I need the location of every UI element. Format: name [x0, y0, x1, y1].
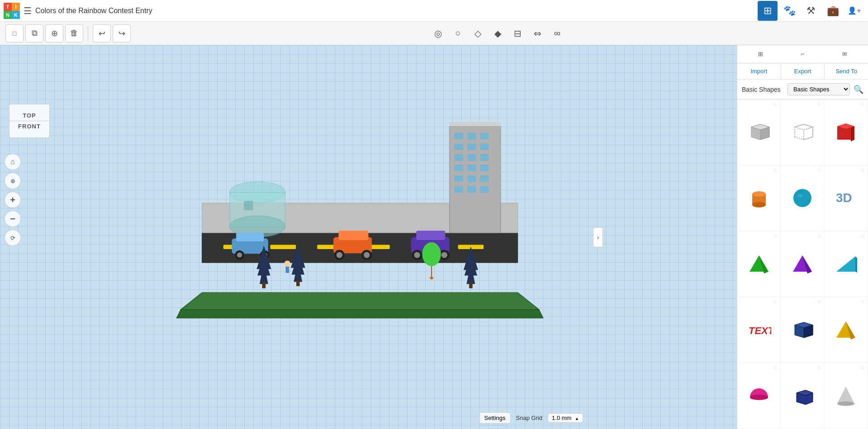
- shape-text-3d[interactable]: ☆ 3D: [825, 165, 868, 231]
- svg-point-81: [752, 191, 766, 197]
- svg-marker-101: [837, 387, 854, 404]
- svg-rect-14: [455, 143, 463, 150]
- delete-button[interactable]: 🗑: [65, 24, 83, 42]
- navigation-controls: ⌂ ⊕ + − ⟳: [5, 154, 21, 246]
- zoom-in-btn[interactable]: +: [5, 192, 21, 208]
- shape-pyramid-purple[interactable]: ☆: [781, 231, 824, 297]
- svg-rect-24: [467, 175, 476, 182]
- star-icon: ☆: [773, 101, 778, 107]
- shapes-search-btn[interactable]: 🔍: [854, 85, 863, 94]
- svg-point-84: [797, 194, 803, 198]
- shape1-button[interactable]: ◇: [470, 25, 486, 42]
- star-icon: ☆: [860, 233, 865, 239]
- group-button[interactable]: ∞: [549, 25, 565, 42]
- star-icon: ☆: [860, 101, 865, 107]
- star-icon: ☆: [773, 167, 778, 173]
- snap-grid-value[interactable]: 1.0 mm ▲: [548, 413, 583, 423]
- shape-box-hole[interactable]: ☆: [781, 99, 824, 165]
- new-button[interactable]: □: [5, 24, 24, 42]
- svg-rect-55: [262, 282, 266, 288]
- mirror-button[interactable]: ⇔: [529, 25, 545, 42]
- light-button[interactable]: ○: [450, 25, 466, 42]
- align-button[interactable]: ⊟: [509, 25, 526, 42]
- snap-grid-label: Snap Grid: [516, 415, 543, 421]
- svg-rect-4: [270, 245, 296, 249]
- svg-rect-13: [480, 132, 489, 139]
- viewport[interactable]: TOP FRONT ⌂ ⊕ + − ⟳ Settings Snap Grid 1…: [0, 45, 737, 429]
- orbit-btn[interactable]: ⟳: [5, 230, 21, 246]
- logo-i: I: [12, 3, 20, 11]
- topbar-grid-btn[interactable]: ⊞: [758, 1, 778, 21]
- svg-rect-27: [467, 186, 476, 193]
- shape-pyramid-yellow[interactable]: ☆: [825, 297, 868, 363]
- svg-line-69: [282, 268, 285, 272]
- svg-rect-26: [455, 186, 463, 193]
- view-cube[interactable]: TOP FRONT: [9, 104, 50, 138]
- shape-box-blue[interactable]: ☆: [781, 297, 824, 363]
- svg-rect-63: [469, 282, 473, 288]
- shape-box-gray1[interactable]: ☆: [737, 99, 781, 165]
- shape-icon-pyramid-purple: [789, 250, 816, 278]
- import-button[interactable]: Import: [737, 63, 781, 79]
- home-view-btn[interactable]: ⌂: [5, 154, 21, 170]
- shape-box-darkblue[interactable]: ☆: [781, 363, 824, 429]
- copy-button[interactable]: ⧉: [25, 24, 43, 42]
- shape2-button[interactable]: ◆: [489, 25, 506, 42]
- svg-point-49: [237, 252, 242, 257]
- shape-pyramid-green[interactable]: ☆: [737, 231, 781, 297]
- svg-marker-75: [795, 124, 813, 130]
- shape-icon-box-red: [832, 118, 859, 146]
- svg-marker-1: [176, 310, 543, 318]
- shape-icon-half-sphere-pink: [745, 382, 773, 410]
- shape-cone-gray[interactable]: ☆: [825, 363, 868, 429]
- shape-icon-pyramid-green: [745, 250, 773, 278]
- export-button[interactable]: Export: [781, 63, 825, 79]
- camera-button[interactable]: ◎: [430, 25, 446, 42]
- shapes-dropdown[interactable]: Basic Shapes Featured Shapes Text & Numb…: [787, 83, 850, 95]
- undo-button[interactable]: ↩: [93, 24, 111, 42]
- svg-rect-16: [480, 143, 489, 150]
- svg-marker-91: [855, 256, 857, 273]
- svg-rect-33: [244, 201, 253, 210]
- send-to-button[interactable]: Send To: [825, 63, 868, 79]
- topbar-tools-btn[interactable]: ⚒: [801, 1, 821, 21]
- right-actions: Import Export Send To: [737, 63, 868, 80]
- redo-button[interactable]: ↪: [113, 24, 131, 42]
- shape-box-red[interactable]: ☆: [825, 99, 868, 165]
- right-tab-ruler[interactable]: ⌐: [783, 48, 822, 60]
- topbar-briefcase-btn[interactable]: 💼: [823, 1, 843, 21]
- right-tab-grid[interactable]: ⊞: [741, 48, 780, 60]
- panel-collapse-arrow[interactable]: ›: [593, 227, 603, 247]
- zoom-out-btn[interactable]: −: [5, 211, 21, 227]
- topbar-profile-btn[interactable]: 👤+: [844, 1, 864, 21]
- shape-half-sphere-pink[interactable]: ☆: [737, 363, 781, 429]
- shape-sphere-teal[interactable]: ☆: [781, 165, 824, 231]
- view-cube-front-label: FRONT: [9, 121, 49, 130]
- shape-cylinder-orange[interactable]: ☆: [737, 165, 781, 231]
- shape-icon-wedge-teal: [832, 250, 859, 278]
- shape-icon-box-gray1: [745, 118, 773, 146]
- shape-wedge-teal[interactable]: ☆: [825, 231, 868, 297]
- right-tab-note[interactable]: ✉: [825, 48, 864, 60]
- logo: T I N K: [4, 3, 20, 19]
- svg-rect-25: [480, 175, 489, 182]
- svg-point-102: [837, 401, 854, 406]
- svg-text:3D: 3D: [836, 191, 852, 205]
- paste-button[interactable]: ⊕: [45, 24, 63, 42]
- fit-view-btn[interactable]: ⊕: [5, 173, 21, 189]
- shape-icon-cone-gray: [832, 382, 859, 410]
- star-icon: ☆: [817, 365, 821, 371]
- shapes-title: Basic Shapes: [742, 86, 784, 93]
- svg-rect-20: [455, 165, 463, 171]
- svg-rect-12: [467, 132, 476, 139]
- shape-text-red[interactable]: ☆ TEXT: [737, 297, 781, 363]
- topbar-activity-btn[interactable]: 🐾: [779, 1, 799, 21]
- shape-icon-box-blue: [789, 316, 816, 344]
- shape-icon-box-hole: [789, 118, 816, 146]
- status-bar: Settings Snap Grid 1.0 mm ▲: [479, 412, 583, 424]
- settings-button[interactable]: Settings: [479, 412, 511, 424]
- svg-rect-11: [455, 132, 463, 139]
- svg-rect-41: [416, 231, 445, 240]
- svg-rect-68: [285, 267, 289, 273]
- svg-point-67: [285, 260, 290, 266]
